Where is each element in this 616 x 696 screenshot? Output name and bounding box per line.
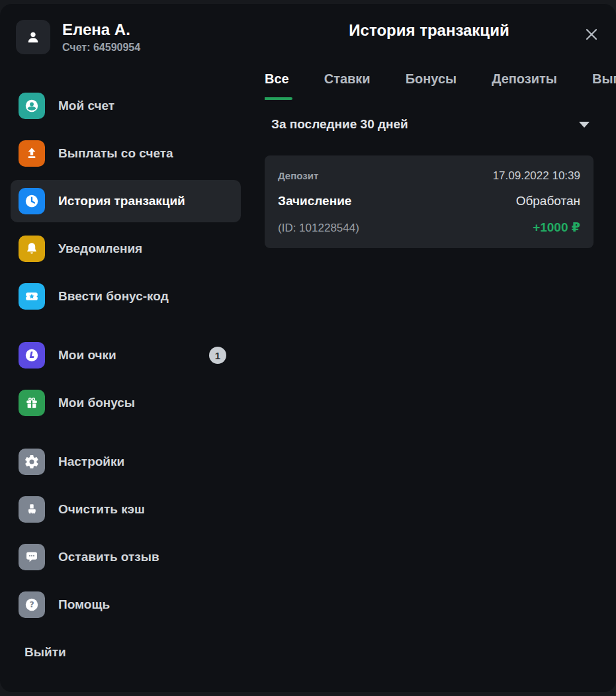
sidebar-item-label: Очистить кэш: [58, 502, 145, 517]
settings-icon: [19, 449, 45, 475]
transaction-amount: +1000 ₽: [533, 220, 580, 235]
gifts-icon: [19, 390, 45, 416]
sidebar-item-label: Мои очки: [58, 348, 116, 363]
sidebar-item-label: История транзакций: [58, 194, 185, 208]
period-filter-label: За последние 30 дней: [271, 117, 408, 132]
tab-all[interactable]: Все: [265, 71, 289, 100]
transaction-status: Обработан: [516, 194, 580, 208]
chevron-down-icon: [579, 122, 590, 128]
points-icon: [19, 342, 45, 369]
transaction-datetime: 17.09.2022 10:39: [493, 169, 580, 183]
sidebar-item-withdrawals[interactable]: Выплаты со счета: [11, 132, 241, 175]
sidebar-item-help[interactable]: ? Помощь: [11, 584, 241, 626]
sidebar-item-my-bonuses[interactable]: Мои бонусы: [11, 382, 241, 424]
account-panel: Елена А. Счет: 64590954 Мой счет: [0, 4, 616, 692]
transaction-tabs: Все Ставки Бонусы Депозиты Выплаты: [265, 71, 616, 100]
tab-bets[interactable]: Ставки: [324, 71, 371, 100]
sidebar-item-label: Ввести бонус-код: [58, 289, 169, 304]
withdraw-icon: [19, 140, 45, 167]
bonus-code-icon: [19, 283, 45, 310]
period-filter-dropdown[interactable]: За последние 30 дней: [265, 114, 594, 134]
points-badge: 1: [209, 347, 226, 364]
sidebar: Елена А. Счет: 64590954 Мой счет: [0, 4, 251, 692]
user-info: Елена А. Счет: 64590954: [62, 21, 140, 54]
sidebar-item-notifications[interactable]: Уведомления: [11, 228, 241, 270]
main-content: История транзакций Все Ставки Бонусы Деп…: [251, 4, 616, 692]
sidebar-item-label: Мой счет: [58, 99, 114, 113]
sidebar-menu: Мой счет Выплаты со счета: [11, 85, 241, 674]
tab-payouts[interactable]: Выплаты: [592, 71, 616, 100]
sidebar-item-feedback[interactable]: Оставить отзыв: [11, 536, 241, 578]
transaction-row-details: (ID: 101228544) +1000 ₽: [278, 220, 580, 235]
feedback-icon: [19, 544, 45, 570]
logout-button[interactable]: Выйти: [11, 631, 241, 674]
sidebar-item-label: Настройки: [58, 455, 124, 469]
page-title: История транзакций: [349, 21, 509, 40]
close-button[interactable]: [579, 22, 604, 47]
main-header: История транзакций: [265, 4, 594, 57]
transaction-row-main: Зачисление Обработан: [278, 194, 580, 208]
sidebar-item-bonus-code[interactable]: Ввести бонус-код: [11, 275, 241, 318]
user-header: Елена А. Счет: 64590954: [11, 20, 241, 54]
sidebar-item-clear-cache[interactable]: Очистить кэш: [11, 488, 241, 531]
help-icon: ?: [19, 591, 45, 618]
sidebar-item-label: Мои бонусы: [58, 396, 135, 410]
tab-bonuses[interactable]: Бонусы: [406, 71, 457, 100]
close-icon: [584, 26, 599, 42]
sidebar-item-settings[interactable]: Настройки: [11, 441, 241, 483]
user-name: Елена А.: [62, 21, 140, 39]
avatar: [16, 20, 50, 54]
sidebar-item-transaction-history[interactable]: История транзакций: [11, 180, 241, 222]
sidebar-item-label: Выплаты со счета: [58, 146, 173, 161]
sidebar-item-label: Оставить отзыв: [58, 550, 159, 564]
transaction-type: Депозит: [278, 170, 318, 181]
history-icon: [19, 188, 45, 214]
transaction-id: (ID: 101228544): [278, 222, 359, 235]
sidebar-item-my-account[interactable]: Мой счет: [11, 85, 241, 127]
transaction-name: Зачисление: [278, 194, 351, 208]
user-account-number: Счет: 64590954: [62, 42, 140, 54]
person-icon: [24, 28, 42, 46]
svg-text:?: ?: [29, 599, 34, 609]
bell-icon: [19, 236, 45, 262]
tab-deposits[interactable]: Депозиты: [492, 71, 557, 100]
account-icon: [19, 93, 45, 119]
clear-cache-icon: [19, 496, 45, 523]
transaction-card[interactable]: Депозит 17.09.2022 10:39 Зачисление Обра…: [265, 155, 594, 248]
sidebar-item-label: Помощь: [58, 597, 110, 612]
sidebar-item-label: Уведомления: [58, 241, 142, 256]
transaction-row-meta: Депозит 17.09.2022 10:39: [278, 169, 580, 183]
sidebar-item-my-points[interactable]: Мои очки 1: [11, 334, 241, 376]
